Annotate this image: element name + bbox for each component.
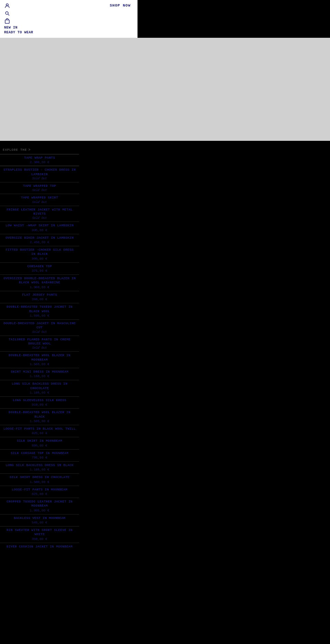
product-price: 1.160,00 € [3, 374, 76, 378]
tape-wrap-pants-highlight[interactable]: TAPE WRAP PANTS 2.300,00 € [0, 154, 79, 166]
product-price: 2.450,00 € [3, 240, 76, 244]
list-item[interactable]: SILK SKIRT IN MOONBEAM895,00 € [0, 437, 79, 449]
list-item[interactable]: CROPPED TUXEDO LEATHER JACKET IN MOONBEA… [0, 498, 79, 514]
product-price: 995,00 € [3, 228, 76, 232]
product-price: 1.995,00 € [3, 509, 76, 512]
product-status: Sold Out [3, 201, 76, 204]
list-item[interactable]: BACKLESS VEST IN MOONBEAM545,00 € [0, 514, 79, 526]
product-name: CORSAGEN TOP [3, 264, 76, 269]
product-name: TAPE WRAPPED SKIRT [3, 196, 76, 200]
list-item[interactable]: DIVER CUSHION JACKET IN MOONBEAM [0, 543, 79, 551]
nav-labels: NEW IN READY TO WEAR [4, 25, 133, 35]
svg-line-2 [8, 14, 10, 16]
product-name: LOOSE-FIT PANTS IN MOONBEAM [3, 488, 76, 492]
product-name: TAILORED FLARED PANTS IN CREME BRULEE WO… [3, 338, 76, 346]
list-item[interactable]: SILK CORSAGE TOP IN MOONBEAM795,00 € [0, 449, 79, 461]
list-item[interactable]: LONG SILK BACKLESS DRESS IN CHOCOLATE1.1… [0, 380, 79, 396]
svg-point-1 [6, 12, 8, 14]
product-name: FLAT JERSEY PANTS [3, 293, 76, 297]
tape-wrap-pants-price: 2.300,00 € [3, 160, 76, 164]
product-name: OVERSIZED DOUBLE-BREASTED BLAZER IN BLAC… [3, 276, 76, 285]
nav-new-in: NEW IN [4, 25, 133, 30]
product-name: STRAPLESS BUSTIER - CHOKER DRESS IN LAMB… [3, 168, 76, 177]
product-name: RIB SWEATER WITH SHORT SLEEVE IN WHITE [3, 528, 76, 537]
product-name: LONG SLEEVELESS SILK DRESS [3, 398, 76, 403]
product-price: 1.565,00 € [3, 362, 76, 366]
product-status: Sold Out [3, 216, 76, 220]
list-item[interactable]: FLAT JERSEY PANTS360,00 € [0, 291, 79, 303]
product-price: 1.500,00 € [3, 480, 76, 484]
list-item[interactable]: TAPE WRAPPED SKIRTSold Out [0, 194, 79, 205]
svg-point-0 [6, 4, 8, 6]
product-price: 1.595,00 € [3, 314, 76, 318]
header: SHOP NOW NEW IN READY TO WEAR [0, 0, 138, 38]
product-name: LONG SILK BACKLESS DRESS IN BLACK [3, 463, 76, 467]
list-item[interactable]: FRINGE LEATHER JACKET WITH METAL RIVETSS… [0, 206, 79, 222]
hero-image [0, 38, 330, 141]
list-item[interactable]: LOW WAIST -WRAP SKIRT IN LAMBSKIN995,00 … [0, 222, 79, 234]
product-price: 1.165,00 € [3, 391, 76, 395]
explore-label: EXPLORE THE [3, 148, 27, 152]
product-price: 1.565,00 € [3, 419, 76, 423]
product-name: OVERSIZE BIKER JACKET IN LAMBSKIN [3, 236, 76, 240]
product-name: LOW WAIST -WRAP SKIRT IN LAMBSKIN [3, 224, 76, 228]
product-name: LOOSE-FIT PANTS IN BLACK WOOL TWILL [3, 427, 76, 431]
list-item[interactable]: FITTED BUSTIER -CHOKER SILK DRESS IN BLA… [0, 246, 79, 262]
user-icon[interactable] [4, 3, 10, 9]
list-item[interactable]: SILK SHIRT DRESS IN CHOCOLATE1.500,00 € [0, 473, 79, 485]
list-item[interactable]: DOUBLE-BREASTED WOOL BLAZER IN BLACK1.56… [0, 408, 79, 425]
product-name: SILK SHIRT DRESS IN CHOCOLATE [3, 475, 76, 479]
product-name: DOUBLE-BREASTED TUXEDO JACKET IN BLACK W… [3, 305, 76, 314]
list-item[interactable]: STRAPLESS BUSTIER - CHOKER DRESS IN LAMB… [0, 166, 79, 182]
tape-wrap-pants-name: TAPE WRAP PANTS [3, 156, 76, 160]
product-price: 825,00 € [3, 492, 76, 496]
product-price: 375,00 € [3, 269, 76, 273]
list-item[interactable]: OVERSIZED DOUBLE-BREASTED BLAZER IN BLAC… [0, 274, 79, 291]
product-name: FITTED BUSTIER -CHOKER SILK DRESS IN BLA… [3, 248, 76, 257]
shop-now-label[interactable]: SHOP NOW [110, 3, 131, 8]
search-icon[interactable] [4, 10, 10, 16]
product-status: Sold Out [3, 189, 76, 192]
list-item[interactable]: DOUBLE-BREASTED TUXEDO JACKET IN BLACK W… [0, 303, 79, 319]
product-status: Sold Out [3, 177, 76, 180]
product-name: SILK SKIRT IN MOONBEAM [3, 439, 76, 443]
product-name: LONG SILK BACKLESS DRESS IN CHOCOLATE [3, 382, 76, 391]
product-price: 545,00 € [3, 521, 76, 524]
product-name: DOUBLE-BREASTED WOOL BLAZER IN MOONBEAM [3, 353, 76, 362]
list-item[interactable]: RIB SWEATER WITH SHORT SLEEVE IN WHITE35… [0, 526, 79, 543]
svg-rect-3 [5, 20, 9, 23]
list-item[interactable]: LONG SLEEVELESS SILK DRESS910,00 € [0, 396, 79, 408]
product-name: CROPPED TUXEDO LEATHER JACKET IN MOONBEA… [3, 500, 76, 508]
product-name: TAPE WRAPPED TOP [3, 184, 76, 188]
nav-ready-to-wear: READY TO WEAR [4, 30, 133, 35]
right-panel [79, 144, 330, 552]
product-name: SHIRT MINI DRESS IN MOONBEAM [3, 370, 76, 374]
product-price: 1.165,00 € [3, 468, 76, 472]
product-price: 995,00 € [3, 257, 76, 261]
product-price: 795,00 € [3, 456, 76, 460]
list-item[interactable]: LONG SILK BACKLESS DRESS IN BLACK1.165,0… [0, 461, 79, 473]
list-item[interactable]: DOUBLE-BREASTED WOOL BLAZER IN MOONBEAM1… [0, 351, 79, 368]
product-status: Sold Out [3, 346, 76, 350]
product-name: SILK CORSAGE TOP IN MOONBEAM [3, 451, 76, 455]
explore-bar[interactable]: EXPLORE THE > [0, 146, 79, 154]
list-item[interactable]: LOOSE-FIT PANTS IN BLACK WOOL TWILL825,0… [0, 425, 79, 437]
list-item[interactable]: DOUBLE-BREASTED JACKET IN MASCULINE CUTS… [0, 319, 79, 336]
explore-chevron-icon: > [28, 148, 30, 152]
list-item[interactable]: CORSAGEN TOP375,00 € [0, 262, 79, 274]
product-status: Sold Out [3, 330, 76, 334]
product-list: STRAPLESS BUSTIER - CHOKER DRESS IN LAMB… [0, 166, 79, 551]
bag-icon[interactable] [4, 18, 10, 24]
bottom-section: EXPLORE THE > TAPE WRAP PANTS 2.300,00 €… [0, 141, 330, 552]
product-price: 360,00 € [3, 297, 76, 301]
list-item[interactable]: LOOSE-FIT PANTS IN MOONBEAM825,00 € [0, 486, 79, 498]
product-price: 910,00 € [3, 403, 76, 407]
list-item[interactable]: TAPE WRAPPED TOPSold Out [0, 182, 79, 194]
product-name: DOUBLE-BREASTED WOOL BLAZER IN BLACK [3, 410, 76, 419]
list-item[interactable]: OVERSIZE BIKER JACKET IN LAMBSKIN2.450,0… [0, 234, 79, 246]
list-item[interactable]: TAILORED FLARED PANTS IN CREME BRULEE WO… [0, 336, 79, 352]
product-sidebar: EXPLORE THE > TAPE WRAP PANTS 2.300,00 €… [0, 144, 79, 552]
list-item[interactable]: SHIRT MINI DRESS IN MOONBEAM1.160,00 € [0, 368, 79, 380]
product-name: DIVER CUSHION JACKET IN MOONBEAM [3, 545, 76, 549]
product-price: 825,00 € [3, 431, 76, 435]
